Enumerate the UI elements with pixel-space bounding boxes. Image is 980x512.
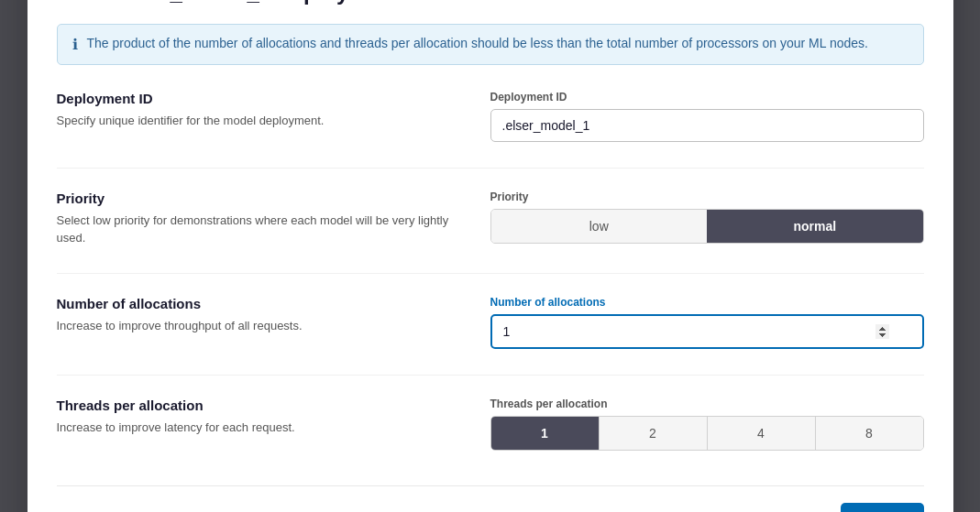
threads-8-button[interactable]: 8 [816,417,923,450]
priority-section-desc: Select low priority for demonstrations w… [57,212,461,247]
deployment-id-input-area: Deployment ID [490,91,924,168]
allocations-section-title: Number of allocations [57,296,461,311]
priority-low-button[interactable]: low [491,210,708,243]
allocations-label: Number of allocations [490,296,924,309]
threads-label: Threads per allocation [490,398,924,410]
threads-toggle: 1 2 4 8 [490,416,924,451]
allocations-section-desc: Increase to improve throughput of all re… [57,317,461,335]
priority-label: Priority [490,191,924,203]
allocations-input[interactable] [490,314,924,349]
row-divider-1 [57,168,924,169]
row-divider-2 [57,273,924,274]
deployment-id-desc: Deployment ID Specify unique identifier … [57,91,490,168]
modal-dialog: × Start .elser_model_1 deployment ℹ The … [28,0,953,512]
threads-4-button[interactable]: 4 [708,417,816,450]
modal-overlay: × Start .elser_model_1 deployment ℹ The … [0,0,980,512]
info-icon: ℹ [72,36,78,53]
form-grid: Deployment ID Specify unique identifier … [57,91,924,476]
priority-desc: Priority Select low priority for demonst… [57,191,490,273]
info-banner: ℹ The product of the number of allocatio… [57,24,924,65]
threads-section-title: Threads per allocation [57,398,461,413]
modal-title: Start .elser_model_1 deployment [57,0,924,5]
deployment-id-label: Deployment ID [490,91,924,103]
allocations-desc: Number of allocations Increase to improv… [57,296,490,375]
allocations-stepper-wrapper [490,314,924,349]
threads-1-button[interactable]: 1 [491,417,600,450]
threads-input-area: Threads per allocation 1 2 4 8 [490,398,924,476]
banner-text: The product of the number of allocations… [87,36,868,50]
allocations-input-area: Number of allocations [490,296,924,375]
modal-footer: Learn more ↗ Cancel Start [57,485,924,513]
footer-actions: Cancel Start [754,503,924,513]
deployment-id-field[interactable] [490,109,924,142]
priority-input-area: Priority low normal [490,191,924,273]
threads-desc: Threads per allocation Increase to impro… [57,398,490,476]
deployment-id-section-title: Deployment ID [57,91,461,106]
priority-section-title: Priority [57,191,461,206]
threads-2-button[interactable]: 2 [600,417,708,450]
threads-section-desc: Increase to improve latency for each req… [57,419,461,437]
priority-normal-button[interactable]: normal [707,210,923,243]
row-divider-3 [57,375,924,376]
cancel-button[interactable]: Cancel [754,504,831,513]
start-button[interactable]: Start [841,503,923,513]
priority-toggle: low normal [490,209,924,244]
deployment-id-section-desc: Specify unique identifier for the model … [57,112,461,130]
